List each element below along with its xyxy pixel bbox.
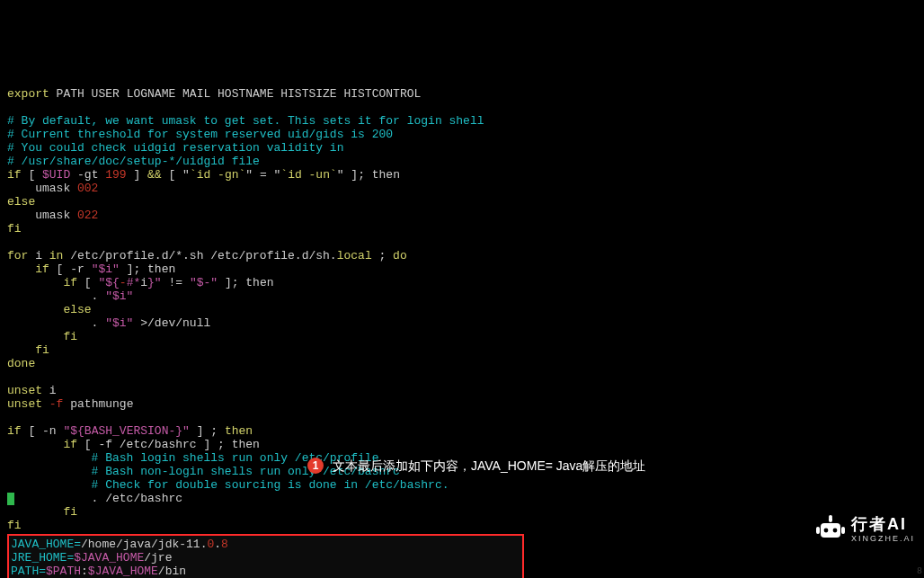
callout-badge: 1 <box>307 458 324 474</box>
kw-if: if <box>7 168 22 182</box>
robot-icon <box>815 488 846 573</box>
terminal-viewport: export PATH USER LOGNAME MAIL HOSTNAME H… <box>7 74 917 578</box>
svg-rect-0 <box>821 523 840 538</box>
kw-done: done <box>7 357 35 370</box>
scroll-indicator: 8 <box>917 565 922 578</box>
comment: # By default, we want umask to get set. … <box>7 114 484 128</box>
svg-rect-3 <box>816 527 820 534</box>
callout-text: 文本最后添加如下内容，JAVA_HOME= Java解压的地址 <box>333 458 645 474</box>
highlighted-java-env-block: JAVA_HOME=/home/java/jdk-11.0.8 JRE_HOME… <box>7 534 524 578</box>
svg-point-2 <box>829 515 832 519</box>
kw-export: export <box>7 87 49 101</box>
callout-annotation: 1 文本最后添加如下内容，JAVA_HOME= Java解压的地址 <box>307 458 645 474</box>
svg-point-6 <box>833 529 838 533</box>
watermark-logo: 行者AI XINGZHE.AI <box>815 488 915 573</box>
comment: # Current threshold for system reserved … <box>7 128 393 141</box>
kw-for: for <box>7 249 28 262</box>
svg-point-5 <box>824 529 829 533</box>
watermark-subtitle: XINGZHE.AI <box>851 532 915 546</box>
kw-fi: fi <box>7 222 22 236</box>
kw-else: else <box>7 195 35 209</box>
code-text: PATH USER LOGNAME MAIL HOSTNAME HISTSIZE… <box>49 87 421 101</box>
svg-rect-4 <box>841 527 845 534</box>
comment: # /usr/share/doc/setup-*/uidgid file <box>7 155 260 168</box>
watermark-title: 行者AI <box>851 516 915 532</box>
comment: # Check for double sourcing is done in /… <box>7 478 449 492</box>
comment: # You could check uidgid reservation val… <box>7 141 343 155</box>
